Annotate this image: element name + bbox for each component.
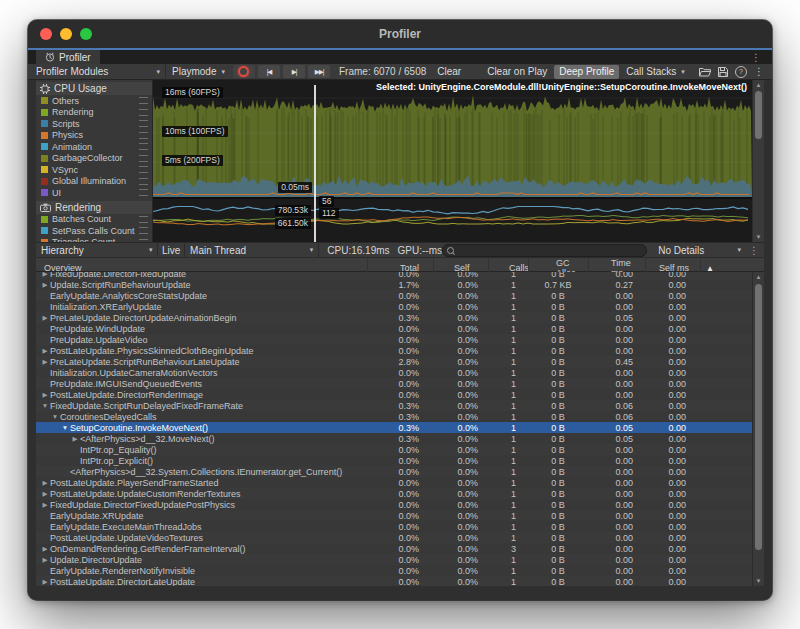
legend-item-others[interactable]: Others xyxy=(36,95,152,107)
table-row[interactable]: ▶FixedUpdate.DirectorFixedUpdatePostPhys… xyxy=(36,499,764,510)
frame-playhead[interactable] xyxy=(314,85,316,242)
search-input[interactable] xyxy=(457,245,642,255)
expand-arrow-icon[interactable]: ▶ xyxy=(40,347,50,355)
expand-arrow-icon[interactable]: ▶ xyxy=(70,435,80,443)
collapse-arrow-icon[interactable]: ▼ xyxy=(50,413,60,420)
details-menu-icon[interactable]: ⋮ xyxy=(749,245,759,256)
table-row[interactable]: Initialization.XREarlyUpdate0.0%0.0%10 B… xyxy=(36,301,764,312)
table-row[interactable]: ▶PostLateUpdate.DirectorRenderImage0.0%0… xyxy=(36,389,764,400)
table-row[interactable]: <AfterPhysics>d__32.System.Collections.I… xyxy=(36,466,764,477)
drag-handle-icon[interactable] xyxy=(139,189,148,196)
drag-handle-icon[interactable] xyxy=(139,155,148,162)
legend-item-ui[interactable]: UI xyxy=(36,187,152,199)
tab-profiler[interactable]: Profiler xyxy=(36,50,100,64)
drag-handle-icon[interactable] xyxy=(139,227,148,234)
call-stacks-dropdown[interactable]: Call Stacks ▾ xyxy=(626,64,685,80)
legend-item-physics[interactable]: Physics xyxy=(36,130,152,142)
expand-arrow-icon[interactable]: ▶ xyxy=(40,281,50,289)
table-row[interactable]: Initialization.UpdateCameraMotionVectors… xyxy=(36,367,764,378)
expand-arrow-icon[interactable]: ▶ xyxy=(40,556,50,564)
drag-handle-icon[interactable] xyxy=(139,143,148,150)
table-row[interactable]: ▼SetupCoroutine.InvokeMoveNext()0.3%0.0%… xyxy=(36,422,764,433)
drag-handle-icon[interactable] xyxy=(139,109,148,116)
maximize-button[interactable] xyxy=(80,28,92,40)
scrollbar-thumb[interactable] xyxy=(755,284,762,550)
table-row[interactable]: ▶Update.ScriptRunBehaviourUpdate1.7%0.0%… xyxy=(36,279,764,290)
scroll-up-icon[interactable]: ▲ xyxy=(753,81,764,89)
table-scrollbar[interactable]: ▲ ▼ xyxy=(752,272,764,586)
legend-item-vsync[interactable]: VSync xyxy=(36,164,152,176)
expand-arrow-icon[interactable]: ▶ xyxy=(40,358,50,366)
table-row[interactable]: ▶PostLateUpdate.PlayerSendFrameStarted0.… xyxy=(36,477,764,488)
legend-item-garbagecollector[interactable]: GarbageCollector xyxy=(36,153,152,165)
module-header-rendering[interactable]: Rendering xyxy=(36,201,152,214)
view-mode-dropdown[interactable]: Hierarchy ▾ xyxy=(36,242,158,258)
legend-item-scripts[interactable]: Scripts xyxy=(36,118,152,130)
pane-menu-icon[interactable]: ⋮ xyxy=(751,52,761,63)
legend-item-global-illumination[interactable]: Global Illumination xyxy=(36,176,152,188)
scroll-up-icon[interactable]: ▲ xyxy=(753,273,764,281)
chart-area[interactable]: Selected: UnityEngine.CoreModule.dll!Uni… xyxy=(153,80,752,242)
scroll-down-icon[interactable]: ▼ xyxy=(753,577,764,585)
table-row[interactable]: ▶PreLateUpdate.DirectorUpdateAnimationBe… xyxy=(36,312,764,323)
previous-frame-button[interactable]: |◀ xyxy=(258,65,280,78)
live-toggle[interactable]: Live xyxy=(158,243,185,257)
load-profile-icon[interactable] xyxy=(699,67,711,77)
collapse-arrow-icon[interactable]: ▼ xyxy=(40,402,50,409)
chart-scrollbar[interactable]: ▲ ▼ xyxy=(752,80,764,242)
scroll-down-icon[interactable]: ▼ xyxy=(753,233,764,241)
legend-item-batches-count[interactable]: Batches Count xyxy=(36,214,152,226)
legend-item-animation[interactable]: Animation xyxy=(36,141,152,153)
record-button[interactable] xyxy=(233,65,255,78)
current-frame-button[interactable]: ▶▶| xyxy=(308,65,330,78)
table-row[interactable]: EarlyUpdate.AnalyticsCoreStatsUpdate0.0%… xyxy=(36,290,764,301)
table-row[interactable]: IntPtr.op_Equality()0.0%0.0%10 B0.000.00 xyxy=(36,444,764,455)
table-row[interactable]: ▶Update.DirectorUpdate0.0%0.0%10 B0.000.… xyxy=(36,554,764,565)
scrollbar-thumb[interactable] xyxy=(755,91,762,139)
legend-item-setpass-calls-count[interactable]: SetPass Calls Count xyxy=(36,225,152,237)
help-icon[interactable]: ? xyxy=(735,66,747,78)
drag-handle-icon[interactable] xyxy=(139,166,148,173)
table-row[interactable]: IntPtr.op_Explicit()0.0%0.0%10 B0.000.00 xyxy=(36,455,764,466)
thread-dropdown[interactable]: Main Thread ▾ xyxy=(185,242,319,258)
window-titlebar[interactable]: Profiler xyxy=(28,20,772,48)
cpu-usage-chart[interactable] xyxy=(153,93,752,197)
table-row[interactable]: EarlyUpdate.ExecuteMainThreadJobs0.0%0.0… xyxy=(36,521,764,532)
expand-arrow-icon[interactable]: ▶ xyxy=(40,314,50,322)
toolbar-menu-icon[interactable]: ⋮ xyxy=(754,66,764,77)
expand-arrow-icon[interactable]: ▶ xyxy=(40,545,50,553)
clear-button[interactable]: Clear xyxy=(437,66,461,77)
playmode-dropdown[interactable]: Playmode ▾ xyxy=(172,64,225,80)
table-row[interactable]: PreUpdate.UpdateVideo0.0%0.0%10 B0.000.0… xyxy=(36,334,764,345)
table-row[interactable]: ▶PostLateUpdate.PhysicsSkinnedClothBegin… xyxy=(36,345,764,356)
collapse-arrow-icon[interactable]: ▼ xyxy=(60,424,70,431)
drag-handle-icon[interactable] xyxy=(139,132,148,139)
deep-profile-toggle[interactable]: Deep Profile xyxy=(554,65,619,79)
table-row[interactable]: ▶FixedUpdate.DirectorFixedUpdate0.0%0.0%… xyxy=(36,272,764,279)
profiler-modules-dropdown[interactable]: Profiler Modules ▾ xyxy=(36,64,166,80)
table-row[interactable]: ▼FixedUpdate.ScriptRunDelayedFixedFrameR… xyxy=(36,400,764,411)
expand-arrow-icon[interactable]: ▶ xyxy=(40,501,50,509)
table-row[interactable]: ▶<AfterPhysics>d__32.MoveNext()0.3%0.0%1… xyxy=(36,433,764,444)
next-frame-button[interactable]: ▶| xyxy=(283,65,305,78)
drag-handle-icon[interactable] xyxy=(139,178,148,185)
table-row[interactable]: PreUpdate.IMGUISendQueuedEvents0.0%0.0%1… xyxy=(36,378,764,389)
table-row[interactable]: ▶PostLateUpdate.DirectorLateUpdate0.0%0.… xyxy=(36,576,764,586)
expand-arrow-icon[interactable]: ▶ xyxy=(40,391,50,399)
expand-arrow-icon[interactable]: ▶ xyxy=(40,272,50,278)
save-profile-icon[interactable] xyxy=(718,67,728,77)
table-row[interactable]: ▶PostLateUpdate.UpdateCustomRenderTextur… xyxy=(36,488,764,499)
minimize-button[interactable] xyxy=(60,28,72,40)
expand-arrow-icon[interactable]: ▶ xyxy=(40,490,50,498)
table-row[interactable]: ▼CoroutinesDelayedCalls0.3%0.0%10 B0.060… xyxy=(36,411,764,422)
clear-on-play-button[interactable]: Clear on Play xyxy=(487,66,547,77)
search-field[interactable] xyxy=(442,244,647,257)
legend-item-rendering[interactable]: Rendering xyxy=(36,107,152,119)
table-row[interactable]: PostLateUpdate.UpdateVideoTextures0.0%0.… xyxy=(36,532,764,543)
expand-arrow-icon[interactable]: ▶ xyxy=(40,578,50,586)
drag-handle-icon[interactable] xyxy=(139,216,148,223)
table-row[interactable]: EarlyUpdate.XRUpdate0.0%0.0%10 B0.000.00 xyxy=(36,510,764,521)
table-row[interactable]: ▶OnDemandRendering.GetRenderFrameInterva… xyxy=(36,543,764,554)
table-row[interactable]: PreUpdate.WindUpdate0.0%0.0%10 B0.000.00 xyxy=(36,323,764,334)
details-pane-dropdown[interactable]: No Details ▾ xyxy=(652,242,747,258)
